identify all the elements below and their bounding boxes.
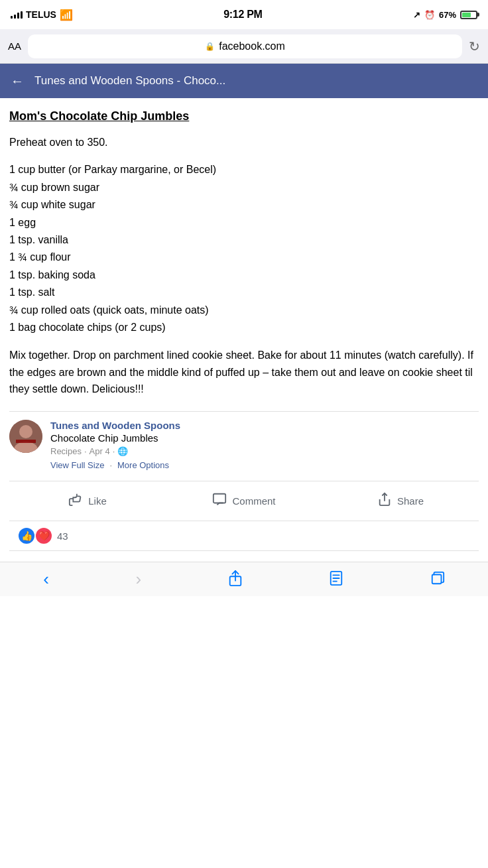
svg-rect-4 [213,494,225,503]
post-date: Apr 4 [90,446,110,456]
location-icon: ↗ [413,10,420,20]
wifi-icon: 📶 [60,9,73,21]
meta-dot-2: · [113,446,115,456]
url-text: facebook.com [219,40,285,52]
reaction-count: 43 [57,530,68,542]
browser-bar: AA 🔒 facebook.com ↻ [0,29,488,64]
instructions-text: Mix together. Drop on parchment lined co… [9,347,479,398]
battery-fill [462,13,471,17]
ingredient-3: ¾ cup white sugar [9,196,479,214]
share-button[interactable]: Share [322,487,479,515]
ingredient-5: 1 tsp. vanilla [9,231,479,249]
meta-dot-1: · [84,446,87,456]
like-reaction: 👍 [19,528,34,544]
font-size-button[interactable]: AA [8,40,21,52]
battery-indicator [460,11,477,19]
like-button[interactable]: Like [9,487,166,515]
browser-forward-button[interactable]: › [122,564,154,595]
ingredients-list: 1 cup butter (or Parkay margarine, or Be… [9,161,479,336]
status-left: TELUS 📶 [11,9,73,21]
reload-button[interactable]: ↻ [469,38,480,54]
browser-forward-icon: › [135,569,141,589]
ingredient-4: 1 egg [9,214,479,231]
share-icon [377,492,392,510]
browser-tabs-icon [430,571,445,588]
battery-percent: 67% [439,10,456,20]
ingredient-8: 1 tsp. salt [9,284,479,301]
status-bar: TELUS 📶 9:12 PM ↗ ⏰ 67% [0,0,488,29]
ingredient-9: ¾ cup rolled oats (quick oats, minute oa… [9,302,479,319]
battery-shell [460,11,477,19]
carrier-name: TELUS [26,9,56,20]
browser-tabs-button[interactable] [417,566,458,593]
post-meta: Recipes · Apr 4 · 🌐 [50,446,479,456]
link-separator: · [109,460,112,470]
author-avatar [9,420,42,453]
comment-label: Comment [232,495,275,507]
ingredient-10: 1 bag chocolate chips (or 2 cups) [9,319,479,336]
reactions-row: 👍 ❤️ 43 [9,521,479,551]
ingredient-7: 1 tsp. baking soda [9,267,479,284]
globe-icon: 🌐 [117,446,128,456]
more-options-link[interactable]: More Options [117,460,169,470]
signal-bar-3 [17,13,19,19]
recipe-title: Mom's Chocolate Chip Jumbles [9,109,479,124]
love-reaction: ❤️ [36,528,52,544]
status-right: ↗ ⏰ 67% [413,10,477,20]
url-bar[interactable]: 🔒 facebook.com [28,34,462,58]
share-label: Share [397,495,424,507]
author-name[interactable]: Tunes and Wooden Spoons [50,420,479,431]
browser-share-icon [228,570,243,588]
avatar-svg [9,420,42,453]
bottom-nav: ‹ › [0,562,488,596]
browser-back-button[interactable]: ‹ [30,564,62,595]
post-subtitle: Chocolate Chip Jumbles [50,432,479,444]
main-content: Mom's Chocolate Chip Jumbles Preheat ove… [0,98,488,562]
ingredient-2: ¾ cup brown sugar [9,179,479,196]
browser-bookmarks-icon [329,570,343,588]
svg-rect-3 [16,440,36,443]
signal-bar-4 [21,11,23,19]
back-button[interactable]: ← [11,74,24,89]
browser-back-icon: ‹ [43,569,49,589]
lock-icon: 🔒 [205,42,215,51]
alarm-icon: ⏰ [424,10,435,20]
svg-point-1 [19,425,32,438]
signal-bars [11,11,23,19]
browser-bookmarks-button[interactable] [316,565,357,593]
signal-bar-2 [14,15,16,19]
action-bar: Like Comment Share [9,481,479,521]
post-links: View Full Size · More Options [50,460,479,470]
status-time: 9:12 PM [223,9,262,21]
ingredient-1: 1 cup butter (or Parkay margarine, or Be… [9,161,479,178]
comment-icon [212,492,227,510]
preheat-instruction: Preheat oven to 350. [9,135,479,151]
nav-bar: ← Tunes and Wooden Spoons - Choco... [0,64,488,98]
like-label: Like [88,495,107,507]
post-author-section: Tunes and Wooden Spoons Chocolate Chip J… [9,411,479,478]
svg-rect-11 [432,575,441,584]
browser-share-button[interactable] [215,565,256,593]
signal-bar-1 [11,16,13,19]
comment-button[interactable]: Comment [166,487,322,515]
view-full-size-link[interactable]: View Full Size [50,460,104,470]
like-icon [68,492,83,510]
ingredient-6: 1 ¾ cup flour [9,249,479,266]
author-info: Tunes and Wooden Spoons Chocolate Chip J… [50,420,479,470]
nav-title: Tunes and Wooden Spoons - Choco... [34,74,225,88]
post-category: Recipes [50,446,82,456]
